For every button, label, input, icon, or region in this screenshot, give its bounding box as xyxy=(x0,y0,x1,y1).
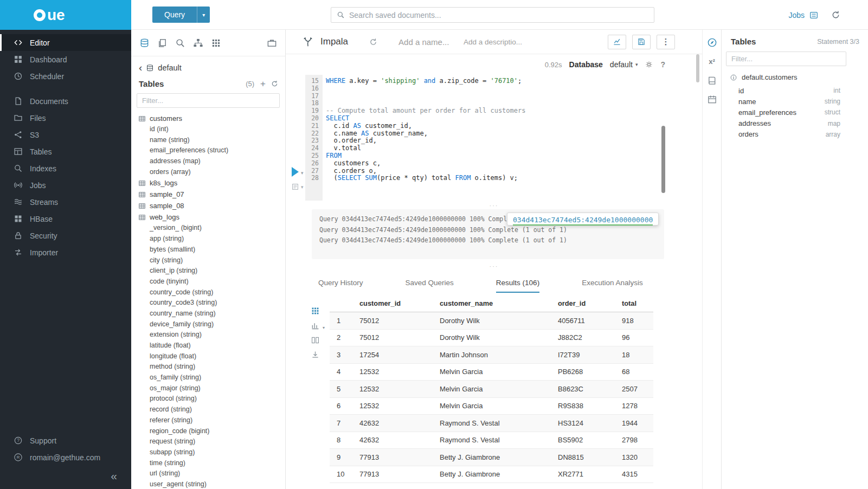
column-item[interactable]: app (string) xyxy=(131,234,285,244)
jobs-link[interactable]: Jobs xyxy=(788,11,805,20)
column-item[interactable]: time (string) xyxy=(131,458,285,469)
results-header-order-id[interactable]: order_id xyxy=(551,299,615,307)
hue-logo[interactable]: ue xyxy=(34,8,65,23)
column-item[interactable]: namestring xyxy=(722,96,868,107)
column-item[interactable]: country_code (string) xyxy=(131,287,285,298)
main-scrollbar[interactable] xyxy=(696,54,699,82)
right-filter-input[interactable] xyxy=(726,52,846,66)
table-item[interactable]: sample_07 xyxy=(131,189,285,200)
column-item[interactable]: email_preferencesstruct xyxy=(722,107,868,118)
table-item[interactable]: customers xyxy=(131,113,285,124)
language-reference-button[interactable] xyxy=(707,75,717,86)
job-id-popover[interactable]: 034d413ec7474ed5:4249de1000000000 xyxy=(507,213,659,226)
column-item[interactable]: country_code3 (string) xyxy=(131,298,285,308)
table-row[interactable]: 977913Betty J. GiambroneDN88151320 xyxy=(330,449,653,466)
column-item[interactable]: referer (string) xyxy=(131,415,285,426)
resize-handle[interactable]: ··· xyxy=(286,264,702,269)
apps-button[interactable] xyxy=(211,38,221,48)
column-item[interactable]: device_family (string) xyxy=(131,319,285,330)
tab-query-history[interactable]: Query History xyxy=(318,279,363,293)
column-item[interactable]: orders (array) xyxy=(131,167,285,178)
column-item[interactable]: city (string) xyxy=(131,255,285,266)
column-item[interactable]: os_family (string) xyxy=(131,372,285,383)
column-item[interactable]: email_preferences (struct) xyxy=(131,145,285,156)
sidebar-item-documents[interactable]: Documents xyxy=(0,93,131,110)
search-input[interactable] xyxy=(349,11,648,20)
column-item[interactable]: protocol (string) xyxy=(131,394,285,404)
column-item[interactable]: addresses (map) xyxy=(131,156,285,167)
table-item[interactable]: web_logs xyxy=(131,211,285,223)
help-icon[interactable]: ? xyxy=(660,60,665,69)
sidebar-collapse-button[interactable]: « xyxy=(0,466,131,486)
code-editor[interactable]: ▾ ▾ 1516171819202122232425262728 WHERE a… xyxy=(286,75,702,201)
column-item[interactable]: country_name (string) xyxy=(131,308,285,319)
sidebar-item-indexes[interactable]: Indexes xyxy=(0,160,131,177)
tab-saved-queries[interactable]: Saved Queries xyxy=(406,279,454,293)
editor-scrollbar[interactable] xyxy=(661,126,665,193)
sidebar-item-editor[interactable]: Editor xyxy=(0,34,131,51)
database-select[interactable]: default ▾ xyxy=(610,60,638,69)
column-item[interactable]: subapp (string) xyxy=(131,447,285,458)
refresh-tables-icon[interactable] xyxy=(271,80,279,88)
active-table-entry[interactable]: default.customers xyxy=(722,66,868,81)
column-item[interactable]: code (tinyint) xyxy=(131,276,285,287)
column-item[interactable]: _version_ (bigint) xyxy=(131,223,285,234)
functions-button[interactable]: x² xyxy=(709,56,715,67)
table-row[interactable]: 1077913Betty J. GiambroneXR27714315 xyxy=(330,466,653,484)
assistant-button[interactable] xyxy=(707,37,717,48)
table-item[interactable]: sample_08 xyxy=(131,200,285,211)
database-breadcrumb[interactable]: ‹ default xyxy=(131,56,285,72)
column-item[interactable]: record (string) xyxy=(131,404,285,415)
columns-view-button[interactable] xyxy=(311,336,320,345)
column-item[interactable]: request (string) xyxy=(131,436,285,447)
documents-button[interactable] xyxy=(157,38,168,48)
sidebar-item-hbase[interactable]: HBase xyxy=(0,210,131,227)
tab-results-106[interactable]: Results (106) xyxy=(496,279,539,293)
chart-settings-button[interactable] xyxy=(608,35,626,49)
column-item[interactable]: region_code (bigint) xyxy=(131,426,285,437)
sidebar-item-security[interactable]: Security xyxy=(0,227,131,244)
column-item[interactable]: url (string) xyxy=(131,468,285,479)
grid-view-button[interactable] xyxy=(311,306,320,316)
snippet-history-icon[interactable] xyxy=(369,37,378,47)
sidebar-item-jobs[interactable]: Jobs xyxy=(0,177,131,194)
column-item[interactable]: os_major (string) xyxy=(131,383,285,394)
query-name-input[interactable] xyxy=(398,37,453,47)
tables-filter-input[interactable] xyxy=(137,93,280,108)
column-item[interactable]: user_agent (string) xyxy=(131,479,285,489)
column-item[interactable]: method (string) xyxy=(131,362,285,372)
databases-button[interactable] xyxy=(139,38,150,48)
column-item[interactable]: name (string) xyxy=(131,135,285,146)
results-header-total[interactable]: total xyxy=(615,299,653,307)
tab-execution-analysis[interactable]: Execution Analysis xyxy=(582,279,643,293)
results-header-customer-id[interactable]: customer_id xyxy=(352,299,433,307)
table-row[interactable]: 742632Raymond S. VestalHS31241944 xyxy=(330,415,653,432)
database-name[interactable]: default xyxy=(158,63,182,72)
caret-down-icon[interactable]: ▾ xyxy=(197,7,210,23)
execute-button[interactable] xyxy=(292,167,299,177)
column-item[interactable]: id (int) xyxy=(131,124,285,135)
table-item[interactable]: k8s_logs xyxy=(131,177,285,189)
sidebar-item-files[interactable]: Files xyxy=(0,110,131,126)
download-button[interactable] xyxy=(311,350,320,359)
chart-view-button[interactable]: ▾ xyxy=(311,321,320,330)
sidebar-item-importer[interactable]: Importer xyxy=(0,244,131,261)
sidebar-item-s3[interactable]: S3 xyxy=(0,126,131,143)
back-chevron-icon[interactable]: ‹ xyxy=(139,63,142,72)
hdfs-button[interactable] xyxy=(193,38,203,48)
table-row[interactable]: 512532Melvin GarciaB8623C2507 xyxy=(330,381,653,398)
sidebar-footer-support[interactable]: ?Support xyxy=(0,432,131,449)
sidebar-item-dashboard[interactable]: Dashboard xyxy=(0,51,131,68)
query-history-icon[interactable] xyxy=(831,10,841,20)
settings-gear-icon[interactable] xyxy=(645,60,653,69)
column-item[interactable]: longitude (float) xyxy=(131,351,285,362)
column-item[interactable]: ordersarray xyxy=(722,129,868,140)
query-description-input[interactable] xyxy=(464,38,531,46)
sidebar-item-scheduler[interactable]: Scheduler xyxy=(0,68,131,85)
table-row[interactable]: 842632Raymond S. VestalBS59022798 xyxy=(330,432,653,449)
save-button[interactable] xyxy=(632,35,651,49)
column-item[interactable]: latitude (float) xyxy=(131,340,285,351)
new-query-button[interactable]: Query ▾ xyxy=(152,7,210,23)
column-item[interactable]: extension (string) xyxy=(131,330,285,340)
table-row[interactable]: 412532Melvin GarciaPB626868 xyxy=(330,364,653,381)
